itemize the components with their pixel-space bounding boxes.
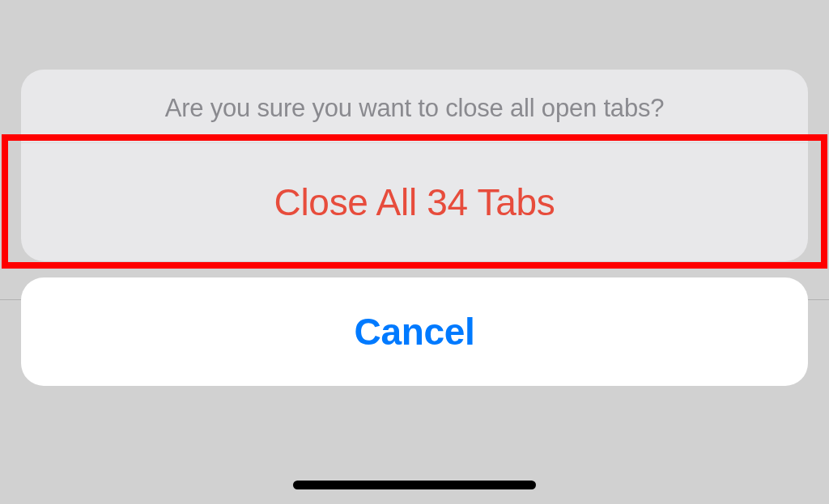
action-sheet-prompt: Are you sure you want to close all open … bbox=[21, 70, 808, 142]
cancel-button[interactable]: Cancel bbox=[21, 277, 808, 386]
close-all-tabs-button[interactable]: Close All 34 Tabs bbox=[21, 143, 808, 261]
cancel-sheet: Cancel bbox=[21, 277, 808, 386]
action-sheet-container: Are you sure you want to close all open … bbox=[21, 70, 808, 386]
destructive-row: Close All 34 Tabs bbox=[21, 142, 808, 261]
action-sheet: Are you sure you want to close all open … bbox=[21, 70, 808, 261]
home-indicator[interactable] bbox=[293, 481, 536, 489]
